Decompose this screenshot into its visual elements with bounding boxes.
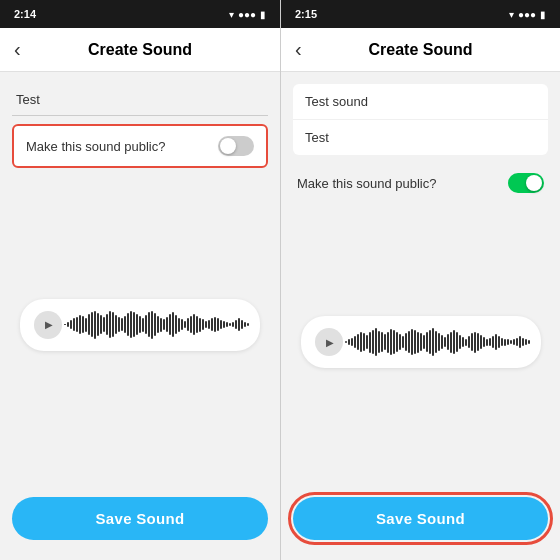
- waveform-bar: [145, 315, 147, 334]
- phone-1: 2:14 ▾ ●●● ▮ ‹ Create Sound Make this so…: [0, 0, 280, 560]
- waveform-bar: [516, 338, 518, 347]
- name-input-1[interactable]: [12, 84, 268, 116]
- waveform-bar: [357, 334, 359, 350]
- desc-value-2[interactable]: Test: [293, 120, 548, 155]
- waveform-bar: [70, 320, 72, 329]
- waveform-bar: [504, 339, 506, 346]
- waveform-bar: [229, 323, 231, 327]
- waveform-bar: [178, 318, 180, 332]
- waveform-bar: [226, 322, 228, 327]
- content-1: Make this sound public? ▶: [0, 72, 280, 485]
- waveform-bar: [459, 335, 461, 349]
- public-toggle-2[interactable]: [508, 173, 544, 193]
- status-time-1: 2:14: [14, 8, 36, 20]
- waveform-bar: [163, 319, 165, 330]
- waveform-bar: [238, 318, 240, 330]
- waveform-bar: [166, 317, 168, 333]
- waveform-bar: [109, 311, 111, 337]
- waveform-bar: [160, 318, 162, 332]
- waveform-bar: [133, 312, 135, 337]
- waveform-bar: [426, 332, 428, 351]
- waveform-bar: [438, 333, 440, 351]
- waveform-bar: [507, 339, 509, 344]
- battery-icon-1: ▮: [260, 9, 266, 20]
- bottom-area-2: Save Sound: [281, 485, 560, 560]
- waveform-bar: [381, 332, 383, 351]
- waveform-bar: [465, 339, 467, 346]
- waveform-bar: [366, 335, 368, 349]
- toggle-knob-2: [526, 175, 542, 191]
- back-button-1[interactable]: ‹: [14, 38, 21, 61]
- waveform-bar: [220, 320, 222, 329]
- waveform-bar: [202, 319, 204, 330]
- waveform-bar: [193, 314, 195, 335]
- waveform-bar: [124, 316, 126, 334]
- waveform-bar: [417, 332, 419, 353]
- waveform-bar: [474, 332, 476, 353]
- header-2: ‹ Create Sound: [281, 28, 560, 72]
- waveform-bar: [64, 324, 66, 326]
- header-title-1: Create Sound: [88, 41, 192, 59]
- waveform-bar: [244, 322, 246, 327]
- waveform-bar: [214, 317, 216, 333]
- waveform-bar: [420, 333, 422, 351]
- waveform-bar: [88, 314, 90, 335]
- waveform-bar: [513, 339, 515, 344]
- waveform-bar: [199, 318, 201, 332]
- waveform-bar: [435, 331, 437, 354]
- waveform-bar: [169, 314, 171, 335]
- waveform-container-1: ▶: [12, 176, 268, 473]
- waveform-container-2: ▶: [293, 211, 548, 473]
- play-button-2[interactable]: ▶: [315, 328, 343, 356]
- signal-icon-1: ●●●: [238, 9, 256, 20]
- waveform-bar: [94, 311, 96, 339]
- waveform-bar: [444, 337, 446, 348]
- toggle-knob-1: [220, 138, 236, 154]
- header-1: ‹ Create Sound: [0, 28, 280, 72]
- waveform-bar: [447, 334, 449, 350]
- waveform-box-2: ▶: [301, 316, 541, 368]
- waveform-bar: [235, 320, 237, 329]
- waveform-bar: [118, 317, 120, 333]
- waveform-bar: [175, 315, 177, 334]
- waveform-bar: [375, 328, 377, 356]
- waveform-bar: [429, 330, 431, 355]
- waveform-bar: [510, 340, 512, 344]
- waveform-bar: [501, 338, 503, 347]
- waveform-bar: [414, 330, 416, 355]
- waveform-bar: [471, 333, 473, 351]
- waveform-bar: [100, 315, 102, 334]
- public-toggle-1[interactable]: [218, 136, 254, 156]
- save-sound-button-1[interactable]: Save Sound: [12, 497, 268, 540]
- battery-icon-2: ▮: [540, 9, 546, 20]
- save-sound-button-2[interactable]: Save Sound: [293, 497, 548, 540]
- play-button-1[interactable]: ▶: [34, 311, 62, 339]
- waveform-bars-1: [64, 309, 249, 341]
- waveform-bar: [103, 317, 105, 333]
- waveform-bar: [181, 319, 183, 330]
- waveform-bar: [106, 314, 108, 335]
- waveform-bar: [241, 320, 243, 329]
- waveform-bar: [525, 339, 527, 344]
- waveform-bar: [187, 318, 189, 330]
- status-icons-2: ▾ ●●● ▮: [509, 9, 546, 20]
- waveform-bar: [456, 332, 458, 351]
- status-time-2: 2:15: [295, 8, 317, 20]
- waveform-bar: [232, 322, 234, 327]
- name-value-2[interactable]: Test sound: [293, 84, 548, 120]
- waveform-bar: [223, 321, 225, 328]
- waveform-bar: [480, 335, 482, 349]
- waveform-bar: [127, 313, 129, 336]
- waveform-bar: [82, 316, 84, 334]
- waveform-bar: [130, 311, 132, 337]
- waveform-bar: [172, 312, 174, 337]
- waveform-bar: [486, 339, 488, 346]
- waveform-bar: [139, 316, 141, 334]
- waveform-bar: [205, 321, 207, 328]
- back-button-2[interactable]: ‹: [295, 38, 302, 61]
- waveform-bar: [402, 336, 404, 348]
- waveform-bar: [76, 317, 78, 333]
- waveform-bar: [211, 318, 213, 330]
- waveform-bar: [208, 320, 210, 329]
- toggle-label-2: Make this sound public?: [297, 176, 436, 191]
